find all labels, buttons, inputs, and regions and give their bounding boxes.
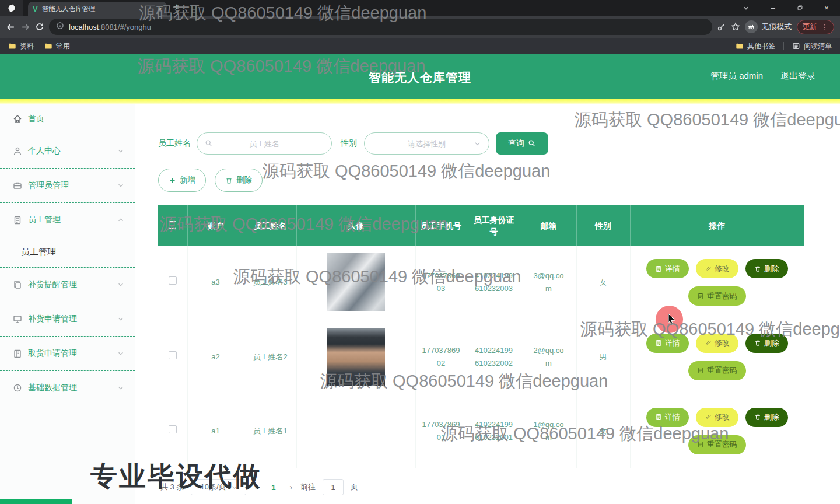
- goto-page-input[interactable]: [323, 479, 344, 495]
- cursor-highlight: [656, 306, 683, 333]
- sidebar-item-base-data[interactable]: 基础数据管理: [0, 371, 135, 405]
- row-checkbox[interactable]: [169, 425, 177, 433]
- new-tab-button[interactable]: +: [174, 2, 179, 12]
- video-progress-bar: [0, 499, 72, 504]
- sidebar-item-label: 管理员管理: [28, 180, 69, 191]
- reset-password-button[interactable]: 重置密码: [688, 435, 746, 454]
- sidebar-subitem-employee-management[interactable]: 员工管理: [0, 237, 135, 267]
- row-checkbox[interactable]: [169, 276, 177, 285]
- sidebar-item-personal-center[interactable]: 个人中心: [0, 134, 135, 168]
- tab-close-icon[interactable]: ×: [158, 5, 162, 13]
- cell-email: 3@qq.com: [521, 246, 576, 320]
- cell-phone: 17703786902: [415, 320, 467, 394]
- other-bookmarks-button[interactable]: 其他书签: [736, 41, 775, 51]
- sidebar-item-employee-management[interactable]: 员工管理: [0, 203, 135, 237]
- delete-button[interactable]: 删除: [215, 169, 262, 192]
- next-page-button[interactable]: ›: [288, 482, 293, 492]
- cell-phone: 17703786901: [415, 394, 467, 468]
- monitor-icon: [13, 314, 22, 324]
- column-header: 账户: [187, 205, 244, 246]
- forward-icon[interactable]: [20, 22, 30, 32]
- sidebar-item-restock-reminder[interactable]: 补货提醒管理: [0, 268, 135, 302]
- user-icon: [13, 146, 22, 156]
- bookmark-folder-changyong[interactable]: 常用: [44, 41, 70, 51]
- sidebar-item-label: 员工管理: [28, 215, 61, 225]
- employee-avatar: [327, 328, 385, 386]
- reload-icon[interactable]: [35, 22, 44, 32]
- pencil-icon: [705, 414, 712, 421]
- browser-toolbar: localhost:8081/#/yonghu 无痕模式 更新 ⋮: [0, 16, 840, 38]
- minimize-button[interactable]: –: [760, 0, 786, 16]
- notebook-icon: [13, 349, 22, 358]
- logout-link[interactable]: 退出登录: [780, 71, 816, 82]
- reset-password-button[interactable]: 重置密码: [688, 361, 746, 380]
- chevron-down-icon: [117, 316, 124, 323]
- document-icon: [697, 293, 704, 300]
- bookmark-folder-ziliao[interactable]: 资料: [8, 41, 34, 51]
- reading-list-button[interactable]: 阅读清单: [792, 41, 832, 51]
- mouse-cursor-icon: [666, 313, 678, 326]
- current-page[interactable]: 1: [271, 483, 275, 492]
- browser-tab[interactable]: V 智能无人仓库管理 ×: [28, 2, 167, 16]
- trash-icon: [754, 414, 761, 421]
- delete-button-label: 删除: [236, 175, 252, 186]
- briefcase-icon: [13, 181, 22, 190]
- table-actions-bar: 新增 删除: [158, 169, 262, 192]
- browser-logo-icon[interactable]: [0, 0, 23, 16]
- query-button[interactable]: 查询: [496, 132, 548, 155]
- reset-password-button[interactable]: 重置密码: [688, 286, 746, 306]
- table-row: a3 员工姓名3 17703786903 410224199610232003 …: [158, 246, 804, 320]
- back-icon[interactable]: [6, 22, 16, 32]
- big-watermark-text: 专业毕设代做: [90, 459, 262, 495]
- cell-gender: 男: [576, 320, 630, 394]
- employee-avatar: [327, 402, 385, 460]
- employee-name-input[interactable]: [197, 133, 331, 154]
- app-header: 智能无人仓库管理 管理员 admin 退出登录: [0, 54, 840, 99]
- site-info-icon[interactable]: [56, 22, 64, 32]
- tab-search-chevron-icon[interactable]: [733, 0, 760, 16]
- password-key-icon[interactable]: [717, 22, 726, 32]
- bookmark-star-icon[interactable]: [731, 22, 740, 32]
- cell-gender: 女: [576, 394, 630, 468]
- document-icon: [697, 441, 704, 448]
- gender-select-input[interactable]: [365, 133, 489, 154]
- bookmark-label: 阅读清单: [804, 41, 832, 51]
- incognito-icon: [745, 20, 758, 33]
- sidebar-item-label: 取货申请管理: [28, 348, 77, 359]
- detail-button[interactable]: 详情: [646, 259, 689, 278]
- row-delete-button[interactable]: 删除: [746, 334, 788, 353]
- cell-phone: 17703786903: [415, 246, 467, 320]
- cell-email: 2@qq.com: [521, 320, 576, 394]
- admin-user-label[interactable]: 管理员 admin: [710, 71, 763, 82]
- sidebar-item-pickup-request[interactable]: 取货申请管理: [0, 337, 135, 370]
- sidebar-item-home[interactable]: 首页: [0, 104, 135, 134]
- select-all-checkbox[interactable]: [169, 221, 176, 229]
- edit-button[interactable]: 修改: [696, 259, 738, 278]
- bookmark-label: 其他书签: [747, 41, 775, 51]
- employee-table: 账户 员工姓名 头像 员工手机号 员工身份证号 邮箱 性别 操作 a3 员工姓: [158, 205, 804, 468]
- sidebar-item-admin-management[interactable]: 管理员管理: [0, 169, 135, 202]
- column-header: 员工手机号: [415, 205, 467, 246]
- row-delete-button[interactable]: 删除: [746, 408, 788, 427]
- url-bar[interactable]: localhost:8081/#/yonghu: [49, 19, 712, 35]
- edit-button[interactable]: 修改: [696, 408, 738, 427]
- sidebar-item-label: 首页: [28, 114, 44, 124]
- document-icon: [655, 340, 662, 346]
- edit-button[interactable]: 修改: [696, 334, 738, 353]
- detail-button[interactable]: 详情: [646, 334, 689, 353]
- maximize-button[interactable]: [786, 0, 813, 16]
- browser-update-button[interactable]: 更新 ⋮: [797, 20, 835, 34]
- plus-icon: [169, 177, 176, 184]
- more-menu-icon[interactable]: ⋮: [821, 23, 829, 32]
- add-button[interactable]: 新增: [158, 169, 206, 192]
- detail-button[interactable]: 详情: [646, 408, 689, 427]
- search-form: 员工姓名 性别 查询: [158, 132, 548, 155]
- chevron-down-icon[interactable]: [474, 140, 481, 148]
- goto-label: 前往: [300, 482, 316, 492]
- row-delete-button[interactable]: 删除: [746, 259, 788, 278]
- sidebar-item-restock-request[interactable]: 补货申请管理: [0, 302, 135, 336]
- close-button[interactable]: ×: [813, 0, 840, 16]
- row-checkbox[interactable]: [169, 351, 177, 359]
- sidebar-item-label: 个人中心: [28, 146, 61, 156]
- incognito-chip[interactable]: 无痕模式: [745, 20, 792, 33]
